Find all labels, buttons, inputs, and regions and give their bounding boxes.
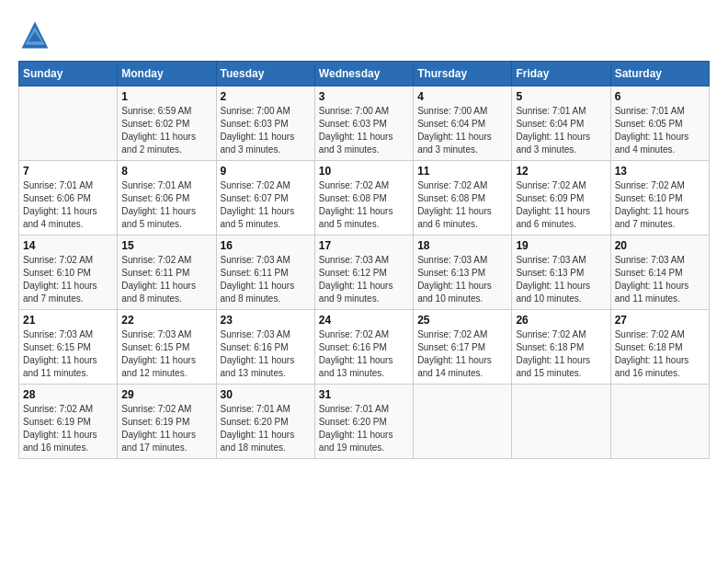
calendar-cell: 23Sunrise: 7:03 AM Sunset: 6:16 PM Dayli…	[216, 310, 314, 385]
calendar-cell: 3Sunrise: 7:00 AM Sunset: 6:03 PM Daylig…	[314, 86, 413, 161]
calendar-cell: 18Sunrise: 7:03 AM Sunset: 6:13 PM Dayli…	[414, 236, 512, 310]
day-number: 31	[319, 388, 409, 401]
day-info: Sunrise: 7:02 AM Sunset: 6:11 PM Dayligh…	[121, 254, 211, 305]
header-tuesday: Tuesday	[216, 62, 314, 86]
day-info: Sunrise: 7:03 AM Sunset: 6:11 PM Dayligh…	[221, 254, 311, 305]
day-info: Sunrise: 7:01 AM Sunset: 6:05 PM Dayligh…	[615, 105, 705, 156]
day-info: Sunrise: 7:03 AM Sunset: 6:13 PM Dayligh…	[516, 254, 606, 305]
day-number: 25	[417, 314, 507, 327]
day-info: Sunrise: 7:03 AM Sunset: 6:15 PM Dayligh…	[121, 328, 211, 380]
day-info: Sunrise: 7:02 AM Sunset: 6:17 PM Dayligh…	[417, 328, 507, 380]
day-info: Sunrise: 7:02 AM Sunset: 6:16 PM Dayligh…	[319, 328, 409, 380]
logo	[18, 18, 57, 52]
day-info: Sunrise: 7:03 AM Sunset: 6:12 PM Dayligh…	[319, 254, 409, 305]
calendar-cell: 25Sunrise: 7:02 AM Sunset: 6:17 PM Dayli…	[414, 310, 512, 385]
day-number: 27	[615, 314, 705, 327]
calendar-week-row: 1Sunrise: 6:59 AM Sunset: 6:02 PM Daylig…	[19, 86, 710, 161]
calendar-cell: 14Sunrise: 7:02 AM Sunset: 6:10 PM Dayli…	[19, 236, 118, 310]
calendar-cell: 20Sunrise: 7:03 AM Sunset: 6:14 PM Dayli…	[610, 236, 709, 310]
calendar-table: SundayMondayTuesdayWednesdayThursdayFrid…	[18, 61, 710, 459]
day-number: 4	[417, 90, 507, 103]
day-info: Sunrise: 7:01 AM Sunset: 6:20 PM Dayligh…	[221, 403, 311, 454]
calendar-cell: 12Sunrise: 7:02 AM Sunset: 6:09 PM Dayli…	[512, 161, 610, 236]
calendar-cell: 8Sunrise: 7:01 AM Sunset: 6:06 PM Daylig…	[118, 161, 216, 236]
day-info: Sunrise: 7:01 AM Sunset: 6:06 PM Dayligh…	[23, 179, 113, 231]
day-number: 20	[615, 239, 705, 252]
day-number: 28	[23, 388, 113, 401]
day-info: Sunrise: 7:02 AM Sunset: 6:08 PM Dayligh…	[319, 179, 409, 231]
day-number: 12	[516, 165, 606, 178]
day-number: 30	[221, 388, 311, 401]
calendar-week-row: 21Sunrise: 7:03 AM Sunset: 6:15 PM Dayli…	[19, 310, 710, 385]
day-number: 3	[319, 90, 409, 103]
calendar-cell: 24Sunrise: 7:02 AM Sunset: 6:16 PM Dayli…	[314, 310, 413, 385]
day-info: Sunrise: 7:01 AM Sunset: 6:20 PM Dayligh…	[319, 403, 409, 454]
day-info: Sunrise: 7:02 AM Sunset: 6:09 PM Dayligh…	[516, 179, 606, 231]
calendar-cell: 26Sunrise: 7:02 AM Sunset: 6:18 PM Dayli…	[512, 310, 610, 385]
day-number: 17	[319, 239, 409, 252]
calendar-week-row: 14Sunrise: 7:02 AM Sunset: 6:10 PM Dayli…	[19, 236, 710, 310]
calendar-cell: 29Sunrise: 7:02 AM Sunset: 6:19 PM Dayli…	[118, 385, 216, 459]
header-thursday: Thursday	[414, 62, 512, 86]
calendar-cell	[512, 385, 610, 459]
calendar-cell: 6Sunrise: 7:01 AM Sunset: 6:05 PM Daylig…	[610, 86, 709, 161]
calendar-cell: 27Sunrise: 7:02 AM Sunset: 6:18 PM Dayli…	[610, 310, 709, 385]
day-number: 21	[23, 314, 113, 327]
calendar-cell: 9Sunrise: 7:02 AM Sunset: 6:07 PM Daylig…	[216, 161, 314, 236]
day-info: Sunrise: 7:01 AM Sunset: 6:06 PM Dayligh…	[121, 179, 211, 231]
calendar-header-row: SundayMondayTuesdayWednesdayThursdayFrid…	[19, 62, 710, 86]
day-number: 2	[221, 90, 311, 103]
calendar-cell: 15Sunrise: 7:02 AM Sunset: 6:11 PM Dayli…	[118, 236, 216, 310]
day-number: 6	[615, 90, 705, 103]
day-info: Sunrise: 7:02 AM Sunset: 6:07 PM Dayligh…	[221, 179, 311, 231]
calendar-cell	[414, 385, 512, 459]
calendar-cell: 2Sunrise: 7:00 AM Sunset: 6:03 PM Daylig…	[216, 86, 314, 161]
day-number: 8	[121, 165, 211, 178]
calendar-cell: 19Sunrise: 7:03 AM Sunset: 6:13 PM Dayli…	[512, 236, 610, 310]
day-number: 14	[23, 239, 113, 252]
day-number: 24	[319, 314, 409, 327]
calendar-week-row: 28Sunrise: 7:02 AM Sunset: 6:19 PM Dayli…	[19, 385, 710, 459]
day-info: Sunrise: 7:02 AM Sunset: 6:10 PM Dayligh…	[615, 179, 705, 231]
day-info: Sunrise: 7:02 AM Sunset: 6:19 PM Dayligh…	[121, 403, 211, 454]
header-monday: Monday	[118, 62, 216, 86]
day-number: 18	[417, 239, 507, 252]
day-number: 16	[221, 239, 311, 252]
calendar-cell: 1Sunrise: 6:59 AM Sunset: 6:02 PM Daylig…	[118, 86, 216, 161]
day-info: Sunrise: 7:01 AM Sunset: 6:04 PM Dayligh…	[516, 105, 606, 156]
day-number: 22	[121, 314, 211, 327]
day-info: Sunrise: 7:00 AM Sunset: 6:03 PM Dayligh…	[319, 105, 409, 156]
day-number: 10	[319, 165, 409, 178]
day-number: 1	[121, 90, 211, 103]
page-header	[18, 18, 710, 52]
day-number: 5	[516, 90, 606, 103]
calendar-cell: 5Sunrise: 7:01 AM Sunset: 6:04 PM Daylig…	[512, 86, 610, 161]
day-info: Sunrise: 7:03 AM Sunset: 6:14 PM Dayligh…	[615, 254, 705, 305]
day-number: 29	[121, 388, 211, 401]
calendar-cell: 16Sunrise: 7:03 AM Sunset: 6:11 PM Dayli…	[216, 236, 314, 310]
calendar-cell: 17Sunrise: 7:03 AM Sunset: 6:12 PM Dayli…	[314, 236, 413, 310]
day-info: Sunrise: 7:02 AM Sunset: 6:19 PM Dayligh…	[23, 403, 113, 454]
calendar-cell: 30Sunrise: 7:01 AM Sunset: 6:20 PM Dayli…	[216, 385, 314, 459]
day-info: Sunrise: 6:59 AM Sunset: 6:02 PM Dayligh…	[121, 105, 211, 156]
day-number: 19	[516, 239, 606, 252]
day-number: 7	[23, 165, 113, 178]
calendar-cell: 4Sunrise: 7:00 AM Sunset: 6:04 PM Daylig…	[414, 86, 512, 161]
header-sunday: Sunday	[19, 62, 118, 86]
day-number: 13	[615, 165, 705, 178]
logo-icon	[18, 18, 51, 52]
calendar-cell: 22Sunrise: 7:03 AM Sunset: 6:15 PM Dayli…	[118, 310, 216, 385]
calendar-cell: 11Sunrise: 7:02 AM Sunset: 6:08 PM Dayli…	[414, 161, 512, 236]
day-info: Sunrise: 7:00 AM Sunset: 6:03 PM Dayligh…	[221, 105, 311, 156]
day-number: 9	[221, 165, 311, 178]
calendar-cell: 10Sunrise: 7:02 AM Sunset: 6:08 PM Dayli…	[314, 161, 413, 236]
day-number: 26	[516, 314, 606, 327]
day-info: Sunrise: 7:03 AM Sunset: 6:15 PM Dayligh…	[23, 328, 113, 380]
calendar-cell: 21Sunrise: 7:03 AM Sunset: 6:15 PM Dayli…	[19, 310, 118, 385]
day-info: Sunrise: 7:02 AM Sunset: 6:18 PM Dayligh…	[615, 328, 705, 380]
day-number: 15	[121, 239, 211, 252]
calendar-cell: 28Sunrise: 7:02 AM Sunset: 6:19 PM Dayli…	[19, 385, 118, 459]
calendar-week-row: 7Sunrise: 7:01 AM Sunset: 6:06 PM Daylig…	[19, 161, 710, 236]
header-saturday: Saturday	[610, 62, 709, 86]
calendar-cell: 31Sunrise: 7:01 AM Sunset: 6:20 PM Dayli…	[314, 385, 413, 459]
